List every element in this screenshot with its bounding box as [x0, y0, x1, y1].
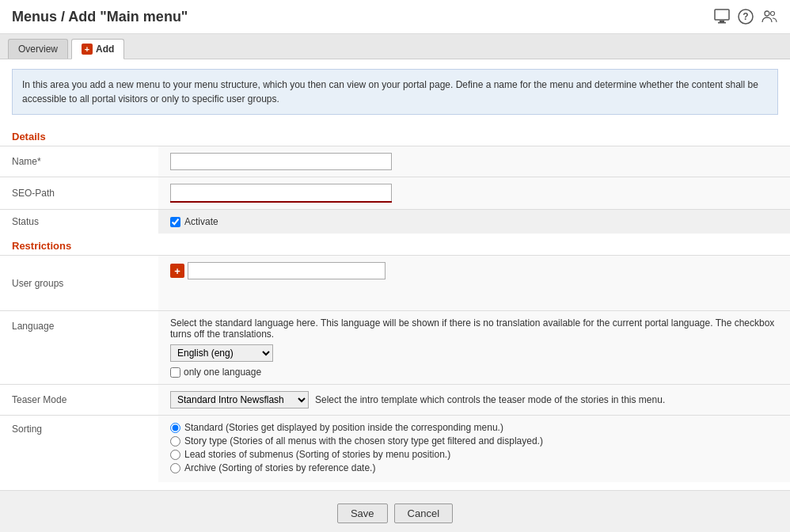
help-icon[interactable]: ?	[737, 8, 754, 25]
name-label: Name*	[0, 146, 158, 177]
language-row: Language Select the standard language he…	[0, 311, 790, 385]
name-input[interactable]	[170, 153, 392, 170]
cancel-button[interactable]: Cancel	[394, 504, 453, 523]
sorting-radio-standard[interactable]	[170, 423, 180, 433]
header-icons: ?	[713, 8, 778, 25]
svg-rect-1	[720, 21, 724, 22]
svg-text:?: ?	[743, 11, 748, 22]
seo-path-input[interactable]	[170, 184, 392, 201]
language-select[interactable]: English (eng)	[170, 344, 273, 362]
status-value-cell: Activate	[158, 210, 790, 234]
seo-path-row: SEO-Path	[0, 177, 790, 210]
tab-add[interactable]: +Add	[71, 39, 124, 59]
svg-point-6	[771, 12, 775, 16]
tab-add-icon: +	[82, 44, 93, 55]
seo-path-value-cell	[158, 177, 790, 210]
name-row: Name*	[0, 146, 790, 177]
info-box: In this area you add a new menu to your …	[12, 69, 778, 115]
svg-rect-0	[715, 10, 729, 20]
activate-checkbox[interactable]	[170, 217, 180, 227]
sorting-option-standard: Standard (Stories get displayed by posit…	[170, 422, 778, 433]
seo-path-underline	[170, 184, 392, 203]
sorting-option-story-type: Story type (Stories of all menus with th…	[170, 435, 778, 446]
restrictions-form-table: User groups + Language Select the standa…	[0, 255, 790, 482]
teaser-mode-value-cell: Standard Intro Newsflash Select the intr…	[158, 385, 790, 415]
actions-bar: Save Cancel	[0, 490, 790, 532]
sorting-row: Sorting Standard (Stories get displayed …	[0, 416, 790, 483]
sorting-radio-lead-stories[interactable]	[170, 450, 180, 460]
section-restrictions-heading: Restrictions	[0, 234, 790, 255]
language-value-cell: Select the standard language here. This …	[158, 311, 790, 385]
teaser-mode-label: Teaser Mode	[0, 385, 158, 416]
sorting-option-lead-stories: Lead stories of submenus (Sorting of sto…	[170, 449, 778, 460]
teaser-mode-description: Select the intro template which controls…	[315, 394, 665, 405]
tabs-bar: Overview +Add	[0, 34, 790, 59]
user-groups-value-cell: +	[158, 256, 790, 311]
details-form-table: Name* SEO-Path Status Activate	[0, 146, 790, 234]
users-icon[interactable]	[761, 8, 778, 25]
sorting-value-cell: Standard (Stories get displayed by posit…	[158, 416, 790, 483]
only-one-language-checkbox[interactable]	[170, 367, 180, 378]
svg-rect-2	[718, 22, 726, 24]
tab-overview[interactable]: Overview	[8, 39, 68, 59]
svg-point-5	[765, 11, 769, 16]
page-header: Menus / Add "Main menu" ?	[0, 0, 790, 34]
status-row: Status Activate	[0, 210, 790, 234]
user-groups-label: User groups	[0, 256, 158, 311]
language-label: Language	[0, 311, 158, 385]
sorting-radio-archive[interactable]	[170, 463, 180, 473]
sorting-option-archive: Archive (Sorting of stories by reference…	[170, 462, 778, 473]
sorting-radio-story-type[interactable]	[170, 436, 180, 446]
teaser-mode-select[interactable]: Standard Intro Newsflash	[170, 391, 309, 408]
activate-checkbox-label[interactable]: Activate	[170, 216, 778, 227]
monitor-icon[interactable]	[713, 8, 731, 25]
teaser-mode-row: Teaser Mode Standard Intro Newsflash Sel…	[0, 385, 790, 416]
status-label: Status	[0, 210, 158, 234]
sorting-label: Sorting	[0, 416, 158, 483]
only-one-language-wrapper: only one language	[170, 367, 778, 378]
user-groups-row: User groups +	[0, 256, 790, 311]
user-groups-input-wrapper: +	[170, 262, 778, 279]
page-title: Menus / Add "Main menu"	[12, 9, 188, 25]
section-details-heading: Details	[0, 124, 790, 146]
add-user-group-button[interactable]: +	[170, 264, 184, 278]
seo-path-label: SEO-Path	[0, 177, 158, 210]
user-groups-field	[188, 262, 386, 279]
save-button[interactable]: Save	[337, 504, 388, 523]
language-description: Select the standard language here. This …	[170, 317, 778, 340]
name-value-cell	[158, 146, 790, 177]
